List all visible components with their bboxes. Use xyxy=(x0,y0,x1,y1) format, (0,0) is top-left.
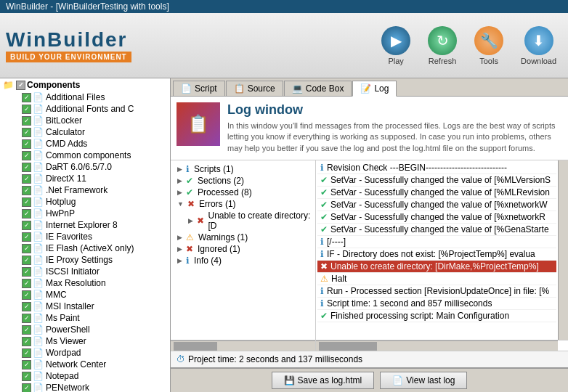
sidebar-root[interactable]: 📁 ✓ Components xyxy=(0,78,170,91)
expand-icon[interactable]: ▼ xyxy=(177,200,184,208)
log-tree-item[interactable]: ▼ ✖ Errors (1) xyxy=(174,198,312,210)
expand-icon[interactable]: ▶ xyxy=(177,234,182,241)
log-message[interactable]: ✖ Unable to create directory: [DirMake,%… xyxy=(317,261,556,273)
log-message[interactable]: ℹ Revision Check ---BEGIN---------------… xyxy=(317,162,556,174)
view-last-log-button[interactable]: 📄 View last log xyxy=(380,372,467,389)
item-checkbox[interactable]: ✓ xyxy=(22,139,31,149)
log-message[interactable]: ✔ SetVar - Sucessfully changed the value… xyxy=(317,224,556,236)
sidebar-item[interactable]: ✓ 📄 Additional Files xyxy=(0,91,170,103)
sidebar-item[interactable]: ✓ 📄 BitLocker xyxy=(0,115,170,126)
sidebar-item[interactable]: ✓ 📄 Common components xyxy=(0,150,170,161)
log-message[interactable]: ✔ SetVar - Sucessfully changed the value… xyxy=(317,199,556,211)
tab-codebox[interactable]: 💻 Code Box xyxy=(284,81,352,96)
expand-icon[interactable]: ▶ xyxy=(188,217,193,224)
refresh-button[interactable]: ↻ Refresh xyxy=(422,23,463,68)
item-checkbox[interactable]: ✓ xyxy=(22,116,31,126)
sidebar-item[interactable]: ✓ 📄 Notepad xyxy=(0,370,170,382)
sidebar-item[interactable]: ✓ 📄 Network Center xyxy=(0,359,170,370)
sidebar-item[interactable]: ✓ 📄 Max Resolution xyxy=(0,277,170,289)
download-button[interactable]: ⬇ Download xyxy=(515,23,562,68)
sidebar-item[interactable]: ✓ 📄 PowerShell xyxy=(0,324,170,335)
tab-log[interactable]: 📝 Log xyxy=(352,81,397,97)
log-message[interactable]: ✔ Finished processing script: Main Confi… xyxy=(317,310,556,322)
log-message[interactable]: ✔ SetVar - Sucessfully changed the value… xyxy=(317,174,556,187)
item-checkbox[interactable]: ✓ xyxy=(22,256,31,265)
item-checkbox[interactable]: ✓ xyxy=(22,221,31,230)
tools-button[interactable]: 🔧 Tools xyxy=(468,23,509,68)
log-scrollbar[interactable] xyxy=(558,160,568,340)
sidebar-item[interactable]: ✓ 📄 IE Proxy Settings xyxy=(0,254,170,266)
item-checkbox[interactable]: ✓ xyxy=(22,209,31,219)
save-log-button[interactable]: 💾 Save as log.html xyxy=(272,372,375,389)
log-message[interactable]: ✔ SetVar - Sucessfully changed the value… xyxy=(317,211,556,224)
sidebar-item[interactable]: ✓ 📄 Hotplug xyxy=(0,196,170,208)
expand-icon[interactable]: ▶ xyxy=(177,177,182,184)
expand-icon[interactable]: ▶ xyxy=(177,166,182,173)
item-checkbox[interactable]: ✓ xyxy=(22,302,31,311)
sidebar-item[interactable]: ✓ 📄 IE Flash (ActiveX only) xyxy=(0,242,170,254)
log-message[interactable]: ℹ Run - Processed section [RevisionUpdat… xyxy=(317,285,556,298)
msg-hscroll[interactable] xyxy=(316,340,558,351)
item-checkbox[interactable]: ✓ xyxy=(22,128,31,137)
sidebar-item[interactable]: ✓ 📄 IE Favorites xyxy=(0,231,170,242)
sidebar-item[interactable]: ✓ 📄 Internet Explorer 8 xyxy=(0,219,170,231)
log-message[interactable]: ℹ IF - Directory does not exist: [%Proje… xyxy=(317,248,556,261)
item-checkbox[interactable]: ✓ xyxy=(22,197,31,207)
sidebar-item[interactable]: ✓ 📄 .Net Framework xyxy=(0,184,170,196)
sidebar-item[interactable]: ✓ 📄 MMC xyxy=(0,289,170,301)
sidebar[interactable]: 📁 ✓ Components ✓ 📄 Additional Files ✓ 📄 … xyxy=(0,78,171,392)
item-checkbox[interactable]: ✓ xyxy=(22,290,31,300)
log-tree-item[interactable]: ▶ ✔ Processed (8) xyxy=(174,187,312,198)
sidebar-item[interactable]: ✓ 📄 Ms Viewer xyxy=(0,335,170,347)
sidebar-item[interactable]: ✓ 📄 PENetwork xyxy=(0,382,170,392)
item-checkbox[interactable]: ✓ xyxy=(22,186,31,195)
sidebar-item[interactable]: ✓ 📄 HwPnP xyxy=(0,208,170,219)
sidebar-item[interactable]: ✓ 📄 MSI Installer xyxy=(0,301,170,312)
log-message[interactable]: ℹ [/----] xyxy=(317,236,556,248)
log-messages[interactable]: ℹ Revision Check ---BEGIN---------------… xyxy=(316,160,558,340)
log-tree-item[interactable]: ▶ ✔ Sections (2) xyxy=(174,175,312,187)
sidebar-item[interactable]: ✓ 📄 Wordpad xyxy=(0,347,170,359)
item-label: .Net Framework xyxy=(46,185,107,195)
log-tree-item[interactable]: ▶ ✖ Unable to create directory: [D xyxy=(174,210,312,232)
expand-icon[interactable]: ▶ xyxy=(177,245,182,253)
tab-source[interactable]: 📋 Source xyxy=(226,81,283,96)
expand-icon[interactable]: ▶ xyxy=(177,189,182,196)
log-tree-item[interactable]: ▶ ⚠ Warnings (1) xyxy=(174,232,312,243)
item-checkbox[interactable]: ✓ xyxy=(22,105,31,114)
log-tree[interactable]: ▶ ℹ Scripts (1) ▶ ✔ Sections (2) ▶ ✔ Pro… xyxy=(171,160,316,340)
item-checkbox[interactable]: ✓ xyxy=(22,348,31,358)
item-checkbox[interactable]: ✓ xyxy=(22,244,31,253)
sidebar-item[interactable]: ✓ 📄 DaRT 6.0/6.5/7.0 xyxy=(0,161,170,173)
item-checkbox[interactable]: ✓ xyxy=(22,325,31,335)
log-message[interactable]: ⚠ Halt xyxy=(317,273,556,285)
sidebar-item[interactable]: ✓ 📄 Calculator xyxy=(0,126,170,138)
item-checkbox[interactable]: ✓ xyxy=(22,151,31,160)
log-message[interactable]: ℹ Script time: 1 second and 857 millisec… xyxy=(317,298,556,310)
expand-icon[interactable]: ▶ xyxy=(177,257,182,264)
tab-script[interactable]: 📄 Script xyxy=(173,81,225,96)
tree-hscroll[interactable] xyxy=(171,340,315,351)
root-checkbox[interactable]: ✓ xyxy=(16,81,25,90)
item-checkbox[interactable]: ✓ xyxy=(22,232,31,242)
sidebar-item[interactable]: ✓ 📄 DirectX 11 xyxy=(0,173,170,184)
log-tree-item[interactable]: ▶ ✖ Ignored (1) xyxy=(174,243,312,255)
item-checkbox[interactable]: ✓ xyxy=(22,163,31,172)
item-checkbox[interactable]: ✓ xyxy=(22,337,31,346)
item-checkbox[interactable]: ✓ xyxy=(22,93,31,102)
item-checkbox[interactable]: ✓ xyxy=(22,372,31,381)
item-checkbox[interactable]: ✓ xyxy=(22,279,31,288)
item-checkbox[interactable]: ✓ xyxy=(22,383,31,393)
sidebar-item[interactable]: ✓ 📄 ISCSI Initiator xyxy=(0,266,170,277)
item-checkbox[interactable]: ✓ xyxy=(22,174,31,184)
item-checkbox[interactable]: ✓ xyxy=(22,360,31,369)
log-tree-item[interactable]: ▶ ℹ Info (4) xyxy=(174,255,312,266)
log-message[interactable]: ✔ SetVar - Sucessfully changed the value… xyxy=(317,187,556,199)
play-button[interactable]: ▶ Play xyxy=(376,23,416,68)
log-tree-item[interactable]: ▶ ℹ Scripts (1) xyxy=(174,163,312,175)
item-checkbox[interactable]: ✓ xyxy=(22,267,31,277)
item-checkbox[interactable]: ✓ xyxy=(22,314,31,323)
sidebar-item[interactable]: ✓ 📄 CMD Adds xyxy=(0,138,170,150)
sidebar-item[interactable]: ✓ 📄 Additional Fonts and C xyxy=(0,103,170,115)
sidebar-item[interactable]: ✓ 📄 Ms Paint xyxy=(0,312,170,324)
